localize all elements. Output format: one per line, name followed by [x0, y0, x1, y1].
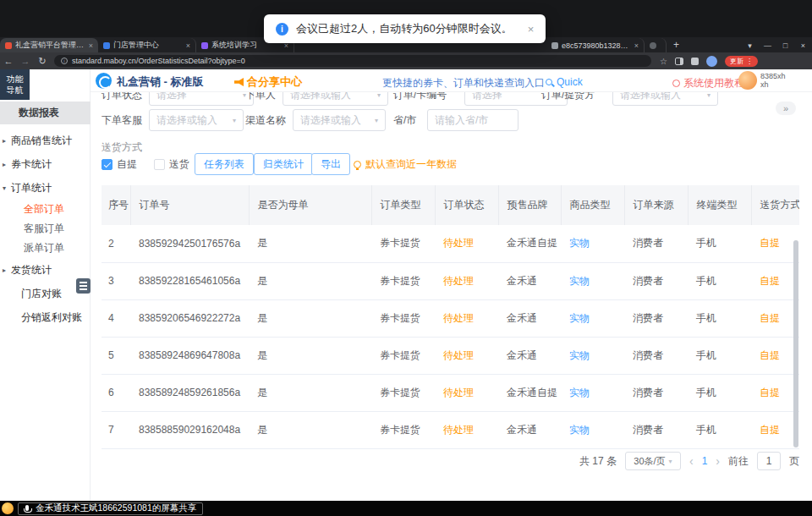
caret-right-icon: ▸	[3, 137, 11, 145]
delivery-checkbox[interactable]: 送货	[154, 153, 189, 175]
page-size-select[interactable]: 30条/页 ▾	[625, 452, 681, 470]
cell-goods-type-link[interactable]: 实物	[561, 411, 624, 448]
window-close-button[interactable]: ×	[794, 41, 812, 50]
tab-close-icon[interactable]: ×	[186, 41, 190, 50]
cell-order-source: 消费者	[624, 374, 688, 411]
province-city-input[interactable]: 请输入省/市	[427, 109, 518, 131]
tutorial-link[interactable]: 系统使用教程	[672, 76, 744, 91]
bookmark-star-icon[interactable]: ☆	[660, 57, 667, 66]
new-tab-button[interactable]: +	[667, 38, 686, 52]
sidebar-item-dispatch-orders[interactable]: 派单订单	[0, 239, 91, 258]
sidebar-item-order-stats[interactable]: ▾ 订单统计	[0, 176, 91, 200]
back-button[interactable]: ←	[0, 56, 17, 66]
tab-close-icon[interactable]: ×	[89, 41, 93, 50]
orderer-select[interactable]: 请选择或输入 ▾	[283, 92, 388, 106]
goto-page-input[interactable]	[757, 452, 781, 470]
table-row[interactable]: 6 83858924859261856a 是 券卡提货 待处理 金禾通自提 实物…	[102, 374, 799, 411]
meeting-app-avatar-icon[interactable]	[2, 502, 14, 514]
toast-close-icon[interactable]: ×	[528, 23, 535, 36]
sidebar-item-product-sales[interactable]: ▸ 商品销售统计	[0, 129, 91, 152]
tab-close-icon[interactable]: ×	[634, 41, 639, 50]
cell-goods-type-link[interactable]: 实物	[561, 262, 624, 299]
sidebar: 功能 导航 数据报表 ▸ 商品销售统计 ▸ 券卡统计 ▾ 订单统计 全部订单 客…	[0, 69, 91, 501]
browser-tab-mini[interactable]	[645, 38, 667, 52]
browser-profile-avatar[interactable]	[706, 56, 717, 67]
channel-name-select[interactable]: 请选择或输入 ▾	[293, 109, 386, 131]
tab-search-chevron-icon[interactable]: ▾	[741, 41, 759, 50]
cell-order-type: 券卡提货	[371, 374, 435, 411]
menu-label: 订单统计	[11, 181, 52, 195]
user-avatar[interactable]	[738, 71, 757, 90]
prev-page-button[interactable]: ‹	[689, 454, 694, 468]
table-row[interactable]: 5 83858924869647808a 是 券卡提货 待处理 金禾通 实物 消…	[102, 337, 799, 374]
column-header: 订单状态	[435, 185, 498, 225]
filter-collapse-button[interactable]: »	[776, 102, 796, 115]
tab-title: 门店管理中心	[113, 40, 183, 51]
toast-message: 会议已超过2人，自动转为60分钟限时会议。	[296, 21, 513, 36]
cell-is-parent: 是	[249, 299, 371, 337]
sidebar-collapse-handle[interactable]	[76, 278, 91, 294]
order-agent-select[interactable]: 请选择或输入 ▾	[149, 109, 244, 131]
quick-search-link[interactable]: Quick	[546, 76, 583, 88]
filter-label: 省/市	[393, 113, 427, 128]
cell-is-parent: 是	[249, 411, 371, 448]
cell-goods-type-link[interactable]: 实物	[561, 374, 624, 411]
cell-goods-type-link[interactable]: 实物	[561, 299, 624, 337]
page-size-value: 30条/页	[634, 455, 665, 468]
filter-pickup-party: 订单/提货方 请选择或输入 ▾	[541, 92, 718, 106]
update-label: 更新	[730, 57, 743, 66]
sidebar-item-service-orders[interactable]: 客服订单	[0, 219, 91, 239]
side-panel-icon[interactable]	[675, 58, 683, 65]
user-name[interactable]: 8385xh xh	[760, 72, 786, 89]
reload-button[interactable]: ↻	[34, 56, 51, 67]
window-controls: ▾ — □ ×	[741, 38, 812, 52]
pickup-party-select[interactable]: 请选择或输入 ▾	[612, 92, 718, 106]
cell-delivery-method: 自提	[751, 374, 799, 411]
category-stats-button[interactable]: 归类统计	[254, 153, 313, 175]
lightbulb-icon	[354, 161, 361, 168]
table-row[interactable]: 4 83859206546922272a 是 券卡提货 待处理 金禾通 实物 消…	[102, 299, 799, 337]
browser-tab-hash[interactable]: e8c573980b1328a258fd2e6l ×	[546, 38, 645, 52]
quick-entry-text[interactable]: 更快捷的券卡、订单和快递查询入口	[382, 76, 545, 91]
function-nav-tab[interactable]: 功能 导航	[0, 69, 30, 100]
forward-button[interactable]: →	[17, 56, 34, 66]
orders-table-body: 2 83859294250176576a 是 券卡提货 待处理 金禾通自提 实物…	[102, 225, 799, 448]
window-maximize-button[interactable]: □	[776, 41, 794, 50]
browser-tab-store-center[interactable]: 门店管理中心 ×	[98, 38, 196, 52]
checkbox-checked-icon	[102, 159, 112, 170]
sidebar-item-all-orders[interactable]: 全部订单	[0, 200, 91, 219]
table-row[interactable]: 7 83858859029162048a 是 券卡提货 待处理 金禾通 实物 消…	[102, 411, 799, 448]
share-center-label: 合分享中心	[247, 74, 302, 90]
export-button[interactable]: 导出	[311, 153, 350, 175]
checkbox-label: 送货	[169, 157, 189, 172]
tab-title: e8c573980b1328a258fd2e6l	[562, 41, 631, 50]
menu-label: 发货统计	[11, 263, 52, 277]
filter-controls-row: 自提 送货 任务列表 归类统计 导出 默认查询近一年数据	[91, 153, 812, 175]
cell-goods-type-link[interactable]: 实物	[561, 337, 624, 374]
pickup-checkbox[interactable]: 自提	[102, 153, 137, 175]
share-center-link[interactable]: 合分享中心	[234, 74, 302, 90]
sidebar-item-rebate-reconcile[interactable]: 分销返利对账	[0, 305, 91, 329]
table-row[interactable]: 2 83859294250176576a 是 券卡提货 待处理 金禾通自提 实物…	[102, 225, 799, 262]
table-scrollbar[interactable]	[793, 240, 798, 447]
order-status-select[interactable]: 请选择 ▾	[149, 92, 254, 106]
window-minimize-button[interactable]: —	[759, 41, 776, 50]
cell-is-parent: 是	[249, 374, 371, 411]
share-text: 金禾通技术王斌18662591081的屏幕共享	[36, 502, 196, 514]
tab-favicon-icon	[650, 42, 656, 49]
table-row[interactable]: 3 83859228165461056a 是 券卡提货 待处理 金禾通 实物 消…	[102, 262, 799, 299]
task-list-button[interactable]: 任务列表	[195, 153, 254, 175]
address-bar[interactable]: i standard.maboy.cn/OrderStatisticsDetai…	[54, 55, 651, 67]
page-info-icon[interactable]: i	[61, 58, 68, 64]
browser-update-button[interactable]: 更新 ⋮	[725, 56, 758, 67]
browser-tab-gift-admin[interactable]: 礼盒营销平台管理中心 ×	[0, 38, 98, 52]
cell-order-status: 待处理	[435, 337, 498, 374]
cell-index: 4	[102, 299, 130, 337]
extensions-icon[interactable]	[691, 58, 699, 65]
column-header: 终端类型	[688, 185, 751, 225]
next-page-button[interactable]: ›	[716, 454, 720, 468]
cell-order-status: 待处理	[435, 299, 498, 337]
cell-goods-type-link[interactable]: 实物	[561, 225, 624, 262]
current-page[interactable]: 1	[702, 455, 708, 467]
sidebar-item-card-stats[interactable]: ▸ 券卡统计	[0, 152, 91, 176]
